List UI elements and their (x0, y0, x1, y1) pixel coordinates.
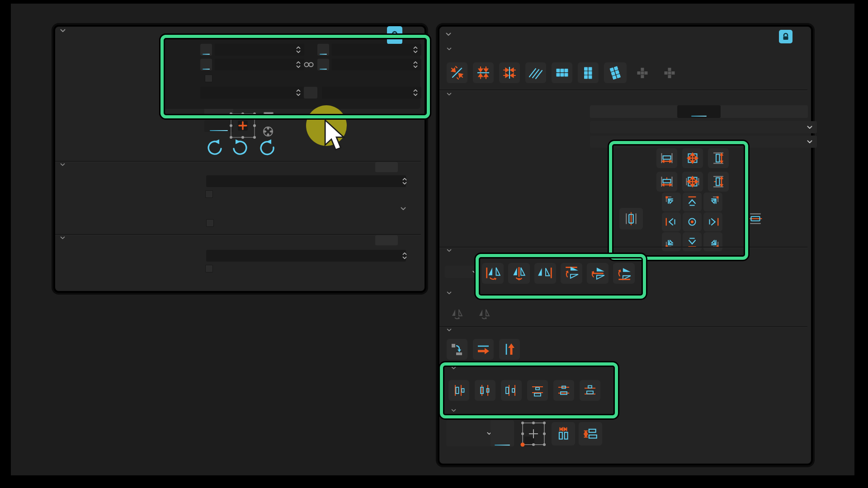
link-uv-icon[interactable] (303, 61, 315, 68)
position-v-input[interactable] (332, 44, 421, 56)
align-top-button[interactable] (683, 192, 702, 211)
falloff-input[interactable] (206, 175, 406, 187)
screen-space-checkbox[interactable] (205, 190, 213, 198)
distribute-vcenter-button[interactable] (553, 380, 574, 401)
soft-transform-enable-button[interactable] (375, 162, 398, 172)
match-option-selection[interactable] (590, 105, 633, 118)
size-v-input[interactable] (332, 59, 421, 70)
match-option-grid[interactable] (677, 105, 721, 118)
align-vertical-center-button[interactable] (619, 208, 643, 230)
misc-transforms-header[interactable] (446, 33, 455, 36)
size-v-button[interactable] (317, 59, 329, 70)
distribute-right-button[interactable] (501, 380, 522, 401)
flip-h-center-button[interactable] (508, 263, 530, 284)
spinner-icon[interactable] (413, 46, 418, 54)
fit-height-button[interactable] (708, 148, 729, 168)
stack-header[interactable] (447, 291, 456, 295)
flip-mode-dropdown[interactable] (445, 266, 480, 278)
angle-input[interactable] (200, 87, 304, 99)
anchor-position-widget[interactable] (228, 111, 257, 140)
align-top-right-button[interactable] (703, 192, 722, 211)
distribute-top-button[interactable] (527, 380, 548, 401)
rotate-ccw-180-button[interactable] (256, 137, 277, 158)
distribute-bottom-button[interactable] (580, 380, 600, 401)
distribute-space-mode-dropdown[interactable] (446, 420, 496, 446)
align-horizontal-middle-button[interactable] (744, 208, 767, 230)
elastic-mode-checkbox[interactable] (205, 265, 213, 272)
distribute-space-v-button[interactable] (579, 422, 602, 446)
transform-lock-button[interactable] (387, 26, 402, 44)
pixel-units-checkbox[interactable] (205, 75, 212, 82)
spinner-icon[interactable] (402, 177, 407, 185)
align-left-button[interactable] (662, 212, 681, 231)
gridify-tilted-button[interactable] (604, 62, 627, 83)
distribute-hcenter-button[interactable] (475, 380, 495, 401)
chevron-down-icon[interactable] (401, 207, 406, 211)
position-u-button[interactable] (200, 44, 212, 56)
gridify-3x2-button[interactable] (552, 62, 572, 83)
orient-island-header[interactable] (447, 328, 456, 332)
flip-v-bottom-button[interactable] (613, 263, 635, 284)
size-u-input[interactable] (215, 59, 304, 70)
flip-v-center-button[interactable] (587, 263, 609, 284)
distribute-space-header[interactable] (451, 409, 460, 412)
prop-fit-height-button[interactable] (708, 172, 729, 192)
size-u-button[interactable] (200, 59, 212, 70)
align-bottom-right-button[interactable] (703, 232, 722, 251)
straighten-horizontal-button[interactable] (473, 62, 494, 83)
fit-width-button[interactable] (656, 148, 677, 168)
grouping-dropdown[interactable] (590, 136, 817, 148)
spinner-icon[interactable] (296, 89, 301, 97)
align-top-left-button[interactable] (662, 192, 681, 211)
fit-both-button[interactable] (682, 148, 703, 168)
pin-map-checkbox[interactable] (206, 219, 214, 227)
align-right-button[interactable] (703, 212, 722, 231)
flip-v-top-button[interactable] (561, 263, 582, 284)
spinner-icon[interactable] (413, 61, 418, 69)
straighten-diagonal-button[interactable] (447, 62, 467, 83)
flip-header[interactable] (447, 249, 456, 252)
gridify-2x3-button[interactable] (578, 62, 599, 83)
distribute-left-button[interactable] (448, 380, 469, 401)
distribute-header[interactable] (451, 366, 460, 370)
spinner-icon[interactable] (296, 61, 301, 69)
misc-lock-button[interactable] (779, 30, 793, 43)
align-bottom-button[interactable] (683, 232, 702, 251)
distribute-space-h-button[interactable] (552, 422, 575, 446)
spinner-icon[interactable] (413, 89, 418, 97)
live-optimize-header[interactable] (60, 236, 69, 239)
match-option-trim[interactable] (764, 105, 808, 118)
align-bottom-left-button[interactable] (662, 232, 681, 251)
align-center-button[interactable] (683, 212, 702, 231)
position-v-button[interactable] (317, 44, 329, 56)
angle-inc-input[interactable] (322, 87, 421, 99)
rotate-cw-90-button[interactable] (230, 137, 251, 158)
soft-transform-header[interactable] (60, 163, 69, 166)
angle-inc-button[interactable] (304, 87, 317, 99)
anchor-gizmo-icon[interactable] (261, 125, 275, 138)
distribute-space-anchor-widget[interactable] (518, 419, 548, 450)
orient-horizontal-button[interactable] (473, 339, 494, 360)
position-u-input[interactable] (215, 44, 304, 56)
spinner-icon[interactable] (402, 252, 407, 260)
anchor-bar-icon[interactable] (263, 111, 274, 117)
rotate-ccw-90-button[interactable] (204, 137, 225, 158)
straighten-lines-button[interactable] (525, 62, 546, 83)
prop-fit-both-button[interactable] (682, 172, 703, 192)
transform-section-header[interactable] (60, 29, 70, 33)
live-optimize-enable-button[interactable] (375, 235, 398, 245)
match-option-pixel[interactable] (633, 105, 677, 118)
straighten-header[interactable] (447, 47, 456, 51)
iterations-input[interactable] (206, 250, 406, 262)
orient-auto-button[interactable] (447, 339, 467, 360)
spinner-icon[interactable] (296, 46, 301, 54)
flip-h-right-button[interactable] (534, 263, 556, 284)
straighten-vertical-button[interactable] (499, 62, 520, 83)
flip-h-left-button[interactable] (482, 263, 504, 284)
orient-vertical-button[interactable] (499, 339, 520, 360)
match-option-tile[interactable] (721, 105, 764, 118)
fit-align-header[interactable] (447, 93, 456, 96)
prop-fit-width-button[interactable] (656, 172, 677, 192)
snapping-dropdown[interactable] (590, 121, 817, 133)
distribute-space-group-button[interactable] (491, 420, 514, 446)
